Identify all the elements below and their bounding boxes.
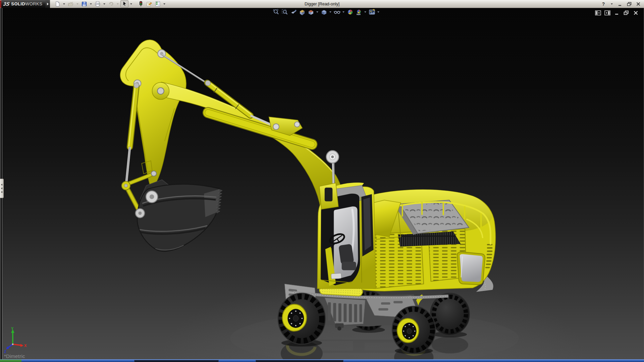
restore-button[interactable] [626,1,632,7]
svg-text:Y: Y [11,326,14,330]
select-dropdown[interactable] [130,3,132,5]
open-icon[interactable] [67,0,75,7]
help-dropdown[interactable] [611,3,613,5]
pane-right-icon[interactable] [604,10,610,15]
taskbar-button[interactable] [134,360,219,362]
document-window-controls [595,10,639,15]
section-view-icon[interactable] [298,9,306,15]
view-orientation-icon[interactable] [307,9,315,15]
collapse-arrow-icon [1,191,2,193]
start-button[interactable] [0,360,21,362]
collapse-arrow-icon [1,187,2,189]
pane-left-icon[interactable] [595,10,601,15]
solidworks-logo: 3S SOLIDWORKS [1,0,45,8]
save-dropdown[interactable] [90,3,92,5]
print-dropdown[interactable] [103,3,105,5]
help-icon[interactable]: ? [600,1,606,7]
rear-window [457,252,485,285]
front-left-wheel [278,293,325,345]
edit-markup-icon[interactable] [145,0,153,7]
open-dropdown[interactable] [76,3,78,5]
view-settings-icon[interactable] [368,9,376,15]
close-button[interactable] [635,1,641,7]
hide-show-dropdown[interactable] [342,11,344,13]
checklist-dropdown[interactable] [163,3,165,5]
minimize-button[interactable] [617,1,623,7]
view-orientation-dropdown[interactable] [316,11,318,13]
zoom-to-area-icon[interactable] [281,9,288,15]
view-orientation-label: *Dimetric [4,353,25,359]
previous-view-icon[interactable] [289,9,297,15]
expand-arrow-icon [47,3,49,5]
taskbar-button[interactable] [256,360,343,362]
headsup-view-toolbar [272,9,380,15]
logo-text-bold: SOLID [11,1,25,6]
new-document-dropdown[interactable] [63,3,65,5]
undo-dropdown[interactable] [117,3,119,5]
print-icon[interactable] [94,0,102,7]
window-controls: ? [600,1,644,7]
front-right-wheel [392,306,435,354]
zoom-to-fit-icon[interactable] [272,9,280,15]
digger-model [0,8,644,359]
display-style-icon[interactable] [320,9,328,15]
hide-show-items-icon[interactable] [333,9,341,15]
graphics-area[interactable]: Y X Z *Dimetric [0,8,644,359]
logo-text-light: WORKS [25,1,42,6]
view-settings-dropdown[interactable] [377,11,379,13]
orientation-triad: Y X Z [2,326,36,354]
display-style-dropdown[interactable] [329,11,331,13]
select-cursor-icon[interactable] [120,0,128,7]
doc-minimize-button[interactable] [614,10,620,15]
titlebar: 3S SOLIDWORKS [0,0,644,8]
edit-appearance-icon[interactable] [346,9,354,15]
solidworks-window: 3S SOLIDWORKS [0,0,644,362]
doc-close-button[interactable] [633,10,639,15]
traffic-light-icon[interactable] [137,0,145,7]
doc-restore-button[interactable] [623,10,629,15]
design-checklist-icon[interactable] [154,0,162,7]
main-toolbar [53,0,167,7]
apply-scene-icon[interactable] [355,9,363,15]
undo-icon[interactable] [107,0,115,7]
new-document-icon[interactable] [53,0,61,7]
boom-plate [120,40,186,186]
svg-text:X: X [24,344,27,348]
bucket [136,180,222,251]
apply-scene-dropdown[interactable] [364,11,366,13]
collapse-arrow-icon [1,184,2,186]
logo-mark: 3S [3,1,10,7]
menu-expand-tab[interactable] [45,0,50,8]
feature-panel-flyout-tab[interactable] [0,179,4,198]
save-icon[interactable] [80,0,88,7]
os-taskbar[interactable] [0,359,644,362]
